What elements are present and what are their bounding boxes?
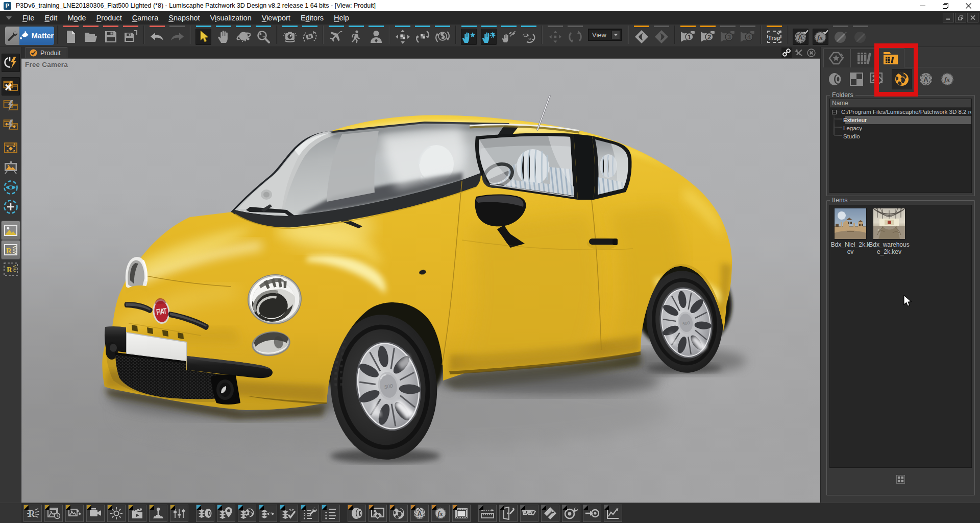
environments-editor-button[interactable]	[389, 505, 408, 522]
shaper-mode-button[interactable]	[5, 27, 19, 45]
next-view-button[interactable]	[653, 26, 669, 45]
antialias-tool-icon[interactable]: A	[918, 72, 934, 87]
touch-sensor-button[interactable]	[461, 26, 477, 45]
tab-products-library[interactable]	[823, 49, 850, 67]
antialiasing-button[interactable]: A	[793, 26, 808, 45]
menu-viewport[interactable]: Viewport	[257, 11, 296, 25]
goto-target-button[interactable]	[583, 505, 601, 522]
folders-tree[interactable]: Name C:/Program Files/Lumiscaphe/Patchwo…	[829, 99, 972, 193]
snapshot-queue-button[interactable]	[44, 505, 63, 522]
mdi-close-button[interactable]	[967, 13, 978, 22]
menu-visualization[interactable]: Visualization	[205, 11, 257, 25]
video-editor-button[interactable]	[86, 505, 105, 522]
tools-diamond-button[interactable]	[541, 505, 559, 522]
window-restore-button[interactable]	[934, 0, 957, 11]
presentation-screen-button[interactable]	[2, 159, 20, 177]
realtime-lighting-button[interactable]	[2, 54, 20, 72]
orbit-tool-button[interactable]	[235, 26, 251, 45]
add-surfaces-button[interactable]	[2, 198, 20, 216]
viewport-link-icon[interactable]	[781, 47, 792, 58]
item-bdx-warehouse[interactable]: з Bdx_warehouse_2k.kev	[870, 208, 909, 255]
undo-button[interactable]	[149, 26, 165, 45]
joystick-button[interactable]	[149, 505, 167, 522]
antialias-editor-button[interactable]: A	[410, 505, 429, 522]
lighting-window-x-button[interactable]	[2, 77, 20, 96]
layers-validate-button[interactable]	[280, 505, 298, 522]
transparency-button[interactable]: Trsp	[766, 26, 782, 45]
matter-mode-button[interactable]: Matter	[19, 27, 54, 45]
previous-view-button[interactable]	[633, 26, 649, 45]
lighting-products-button[interactable]	[2, 116, 20, 134]
items-list[interactable]: Bdx_Niel_2k.kev	[829, 205, 972, 468]
fly-mode-button[interactable]	[328, 26, 344, 45]
postprocess-button[interactable]	[452, 505, 471, 522]
render-editor-button[interactable]: R	[23, 505, 42, 522]
lens-tool-icon[interactable]	[827, 72, 843, 87]
zoom-tool-button[interactable]	[255, 26, 271, 45]
view-mode-dropdown[interactable]: View	[588, 29, 622, 41]
textures-tool-icon[interactable]	[870, 72, 886, 87]
hdr-thumbnail-niel[interactable]	[834, 208, 867, 240]
viewport-3d-scene[interactable]: 500	[21, 59, 820, 503]
menu-help[interactable]: Help	[329, 11, 354, 25]
settings-sliders-button[interactable]	[170, 505, 188, 522]
walk-mode-button[interactable]	[348, 26, 364, 45]
menu-snapshot[interactable]: Snapshot	[163, 11, 205, 25]
thumbnail-view-toggle[interactable]	[895, 473, 906, 485]
head-mode-button[interactable]	[368, 26, 384, 45]
sun-light-button[interactable]	[107, 505, 126, 522]
camera-2-button[interactable]: 2	[700, 26, 716, 45]
render-image-button[interactable]: R	[2, 241, 20, 259]
tree-item-legacy[interactable]: Legacy	[830, 124, 971, 132]
statistics-button[interactable]	[604, 505, 622, 522]
save-all-button[interactable]	[122, 26, 138, 45]
viewport-settings-icon[interactable]	[794, 47, 804, 58]
select-tool-button[interactable]	[195, 26, 211, 45]
world-rotate-button[interactable]	[434, 26, 450, 45]
sensors-visibility-button[interactable]	[521, 26, 536, 45]
camera-1-button[interactable]: 1	[680, 26, 696, 45]
tab-materials-library[interactable]	[850, 49, 877, 67]
system-menu-icon[interactable]	[0, 11, 17, 25]
show-surfaces-button[interactable]	[2, 178, 20, 197]
checklist-tools-button[interactable]	[301, 505, 319, 522]
paint-disabled-button[interactable]	[852, 26, 868, 45]
configure-viewport-button[interactable]	[562, 505, 580, 522]
mdi-minimize-button[interactable]	[943, 13, 954, 22]
move-object-button[interactable]	[547, 26, 563, 45]
menu-edit[interactable]: Edit	[39, 11, 62, 25]
touch-config-button[interactable]: 1	[481, 26, 497, 45]
checklist-button[interactable]	[322, 505, 340, 522]
tab-produit[interactable]: Produit	[26, 47, 67, 58]
menu-product[interactable]: Product	[91, 11, 127, 25]
backgrounds-editor-button[interactable]	[369, 505, 387, 522]
redo-button[interactable]	[169, 26, 185, 45]
render-region-button[interactable]: R	[2, 260, 20, 278]
open-document-button[interactable]	[83, 26, 99, 45]
hdr-thumbnail-warehouse[interactable]: з	[873, 208, 905, 240]
materials-tool-icon[interactable]	[849, 72, 864, 87]
touch-hide-button[interactable]	[501, 26, 517, 45]
layers-lens-button[interactable]	[196, 505, 214, 522]
lens-editor-button[interactable]	[348, 505, 366, 522]
tree-item-studio[interactable]: Studio	[830, 132, 971, 140]
window-close-button[interactable]	[957, 0, 980, 11]
paint-overlay-button[interactable]	[832, 26, 848, 45]
translate-gizmo-button[interactable]	[395, 26, 410, 45]
mdi-restore-button[interactable]	[955, 13, 966, 22]
effects-button[interactable]: fx	[813, 26, 828, 45]
menu-camera[interactable]: Camera	[127, 11, 164, 25]
menu-editors[interactable]: Editors	[296, 11, 329, 25]
menu-file[interactable]: File	[17, 11, 39, 25]
save-button[interactable]	[103, 26, 118, 45]
fx-tool-icon[interactable]: fx	[940, 72, 955, 87]
camera-photo-button[interactable]	[282, 26, 298, 45]
layers-visibility-button[interactable]	[259, 505, 277, 522]
stereo-glasses-button[interactable]	[520, 505, 538, 522]
lighting-window-button[interactable]	[2, 97, 20, 115]
tab-environment-library[interactable]	[877, 49, 904, 67]
viewport-close-icon[interactable]	[806, 47, 816, 58]
new-document-button[interactable]	[63, 26, 79, 45]
tree-root-row[interactable]: C:/Program Files/Lumiscaphe/Patchwork 3D…	[830, 108, 971, 116]
menu-mode[interactable]: Mode	[62, 11, 91, 25]
